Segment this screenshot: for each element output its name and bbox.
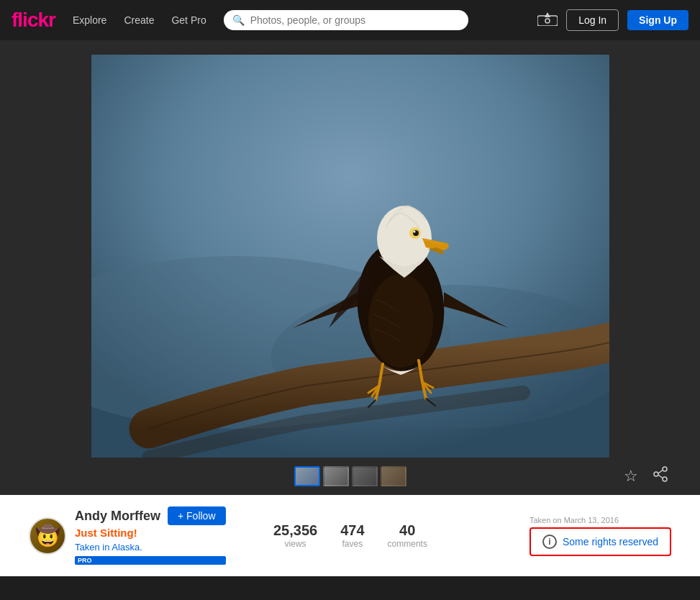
license-section: Taken on March 13, 2016 i Some rights re… [529,516,671,556]
svg-point-7 [368,274,433,368]
main-photo [91,55,609,458]
comments-label: comments [388,539,427,549]
upload-icon[interactable] [537,10,558,30]
photo-container [0,40,700,458]
share-button[interactable] [650,463,671,489]
signup-button[interactable]: Sign Up [627,10,688,30]
license-box[interactable]: i Some rights reserved [529,527,671,556]
thumbnail-strip: ☆ [0,458,700,495]
svg-line-15 [658,471,663,474]
follow-button[interactable]: + Follow [168,506,226,525]
svg-point-12 [663,467,667,471]
nav-explore[interactable]: Explore [73,14,106,26]
search-bar: 🔍 [224,10,468,30]
nav-right: Log In Sign Up [537,9,688,31]
favorite-button[interactable]: ☆ [621,464,641,488]
svg-point-11 [413,231,415,233]
user-section: 🤠 Andy Morffew + Follow Just Sitting! Ta… [29,506,230,565]
nav-get-pro[interactable]: Get Pro [171,14,206,26]
eagle-svg [91,55,609,458]
views-label: views [273,539,317,549]
stat-faves: 474 faves [340,522,364,549]
stat-views: 25,356 views [273,522,317,549]
stats-section: 25,356 views 474 faves 40 comments [273,522,427,549]
faves-label: faves [340,539,364,549]
nav-create[interactable]: Create [124,14,154,26]
user-info: Andy Morffew + Follow Just Sitting! Take… [75,506,226,565]
svg-point-14 [663,477,667,481]
thumbnail-1[interactable] [294,466,320,486]
svg-marker-1 [545,12,550,17]
svg-point-13 [654,472,658,476]
navbar: flickr Explore Create Get Pro 🔍 Log In S… [0,0,700,40]
faves-value: 474 [340,522,364,539]
info-icon: i [542,535,557,549]
svg-line-16 [658,475,663,478]
search-icon: 🔍 [232,14,245,26]
photo-location-row: Taken in Alaska. [75,540,226,553]
thumbnail-3[interactable] [352,466,378,486]
user-name[interactable]: Andy Morffew [75,509,160,524]
taken-info: Taken on March 13, 2016 [529,516,671,524]
thumbnail-2[interactable] [323,466,349,486]
views-value: 25,356 [273,522,317,539]
user-name-row: Andy Morffew + Follow [75,506,226,525]
photo-location[interactable]: Taken in Alaska. [75,542,142,553]
flickr-logo[interactable]: flickr [12,9,55,32]
license-text: Some rights reserved [563,536,658,547]
login-button[interactable]: Log In [566,9,619,31]
photo-title: Just Sitting! [75,527,226,539]
search-input[interactable] [250,14,460,26]
stat-comments: 40 comments [388,522,427,549]
info-bar: 🤠 Andy Morffew + Follow Just Sitting! Ta… [0,495,700,576]
action-icons: ☆ [621,463,671,489]
svg-rect-0 [537,16,558,26]
avatar[interactable]: 🤠 [29,517,66,555]
thumbnail-4[interactable] [381,466,406,486]
pro-badge: PRO [75,556,226,565]
svg-point-2 [545,19,550,23]
comments-value: 40 [388,522,427,539]
